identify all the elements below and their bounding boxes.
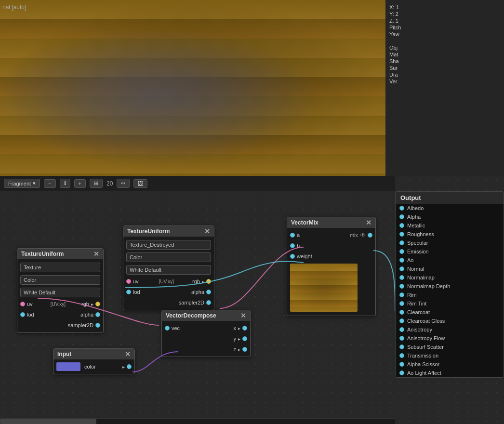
info-dra: Dra: [389, 71, 500, 78]
x-arrow: ▸: [238, 326, 240, 331]
alpha-socket-2[interactable]: [95, 312, 100, 317]
color-swatch[interactable]: [56, 362, 80, 371]
settings-button[interactable]: ⊞: [90, 179, 103, 188]
specular-socket[interactable]: [399, 240, 404, 245]
white-default-dropdown-1[interactable]: White Default: [126, 265, 211, 275]
mode-dropdown[interactable]: Fragment ▾: [4, 179, 40, 188]
emission-socket[interactable]: [399, 249, 404, 254]
lod-socket-1[interactable]: [126, 290, 131, 294]
y-socket[interactable]: [242, 336, 247, 341]
node-title-texuniform2: TextureUniform ✕: [17, 249, 103, 259]
close-button-texuniform2[interactable]: ✕: [93, 251, 99, 257]
rgb-socket-2[interactable]: [95, 302, 100, 306]
alpha-scissor-socket[interactable]: [399, 362, 404, 367]
sampler-socket-1[interactable]: [206, 300, 211, 305]
output-panel: Output Albedo Alpha Metallic Roughness S…: [395, 191, 504, 378]
info-obj: Obj: [389, 44, 500, 51]
info-x: X: 1: [389, 4, 500, 11]
node-title-vecdec: VectorDecompose ✕: [162, 310, 250, 321]
uv-socket-1[interactable]: [126, 279, 131, 284]
ao-light-affect-socket[interactable]: [399, 371, 404, 375]
texture-uniform-node-1: TextureUniform ✕ Texture_Destroyed Color…: [123, 225, 214, 310]
output-anisotropy-flow: Anisotropy Flow: [396, 334, 504, 343]
output-normalmap-depth: Normalmap Depth: [396, 282, 504, 291]
sampler-row-1: sampler2D: [123, 297, 214, 308]
vec-socket[interactable]: [165, 326, 170, 331]
roughness-socket[interactable]: [399, 232, 404, 237]
scrollbar-thumb[interactable]: [0, 419, 96, 424]
weight-socket[interactable]: [290, 254, 295, 259]
output-albedo: Albedo: [396, 204, 504, 212]
a-socket[interactable]: [290, 233, 295, 238]
input-node: Input ✕ color ▸: [53, 348, 135, 374]
vector-decompose-node: VectorDecompose ✕ vec x ▸ y ▸ z ▸: [161, 310, 251, 357]
output-ao-light-affect: Ao Light Affect: [396, 369, 504, 377]
vectormix-thumbnail: [290, 264, 358, 312]
plus-icon: +: [79, 181, 81, 186]
mix-socket[interactable]: [368, 233, 372, 238]
vec-row: vec x ▸: [162, 323, 250, 333]
x-socket[interactable]: [242, 326, 247, 331]
lod-row-2: lod alpha: [17, 309, 103, 320]
anisotropy-flow-socket[interactable]: [399, 336, 404, 341]
color-out-socket[interactable]: [127, 364, 132, 369]
info-y: Y: 2: [389, 11, 500, 17]
zoom-in-button[interactable]: +: [74, 179, 86, 188]
info-ver: Ver: [389, 78, 500, 85]
texture-name-1[interactable]: Texture_Destroyed: [126, 240, 211, 250]
rgb-socket-1[interactable]: [206, 279, 211, 284]
metallic-socket[interactable]: [399, 223, 404, 228]
color-dropdown-1[interactable]: Color: [126, 252, 211, 262]
uv-socket-2[interactable]: [20, 302, 25, 306]
output-title: Output: [396, 192, 504, 204]
output-rim-tint: Rim Tint: [396, 299, 504, 308]
sampler-socket-2[interactable]: [95, 323, 100, 328]
close-button-vecdec[interactable]: ✕: [240, 312, 246, 319]
output-normal: Normal: [396, 265, 504, 273]
clearcoat-socket[interactable]: [399, 310, 404, 315]
clearcoat-gloss-socket[interactable]: [399, 318, 404, 323]
image-button[interactable]: 🖼: [133, 179, 147, 188]
albedo-socket[interactable]: [399, 206, 404, 211]
ao-socket[interactable]: [399, 258, 404, 263]
viewport-label: nal [auto]: [2, 4, 26, 11]
normalmap-socket[interactable]: [399, 275, 404, 280]
horizontal-scrollbar[interactable]: [0, 418, 395, 424]
alpha-socket-1[interactable]: [206, 290, 211, 294]
navigate-button[interactable]: ⇔: [117, 179, 130, 188]
z-socket[interactable]: [242, 347, 247, 352]
zoom-level: 20: [106, 180, 113, 187]
texture-name-2[interactable]: Texture: [20, 263, 100, 272]
zoom-out-button[interactable]: −: [44, 179, 55, 188]
output-anisotropy: Anisotropy: [396, 325, 504, 334]
a-row: a mix 👁: [287, 230, 375, 240]
subsurf-scatter-socket[interactable]: [399, 344, 404, 349]
normalmap-depth-socket[interactable]: [399, 284, 404, 289]
alpha-out-socket[interactable]: [399, 214, 404, 219]
chevron-down-icon: ▾: [33, 180, 36, 186]
b-row: b: [287, 240, 375, 251]
info-button[interactable]: ℹ: [60, 179, 70, 188]
normal-socket[interactable]: [399, 266, 404, 271]
b-socket[interactable]: [290, 243, 295, 248]
output-transmission: Transmission: [396, 351, 504, 360]
color-row: color ▸: [53, 361, 134, 372]
rim-socket[interactable]: [399, 292, 404, 297]
weight-row: weight: [287, 251, 375, 262]
y-row: y ▸: [162, 333, 250, 344]
eye-icon: 👁: [360, 232, 366, 238]
close-button-input[interactable]: ✕: [125, 351, 131, 358]
white-default-dropdown-2[interactable]: White Default: [20, 288, 100, 297]
output-emission: Emission: [396, 247, 504, 256]
rim-tint-socket[interactable]: [399, 301, 404, 306]
transmission-socket[interactable]: [399, 353, 404, 358]
output-metallic: Metallic: [396, 221, 504, 230]
output-specular: Specular: [396, 238, 504, 247]
node-editor[interactable]: Fragment ▾ − ℹ + ⊞ 20 ⇔ 🖼: [0, 176, 504, 424]
color-dropdown-2[interactable]: Color: [20, 275, 100, 285]
lod-socket-2[interactable]: [20, 312, 25, 317]
close-button-texuniform1[interactable]: ✕: [204, 228, 210, 235]
anisotropy-socket[interactable]: [399, 327, 404, 332]
close-button-vectormix[interactable]: ✕: [366, 219, 371, 226]
info-mat: Mat: [389, 51, 500, 58]
